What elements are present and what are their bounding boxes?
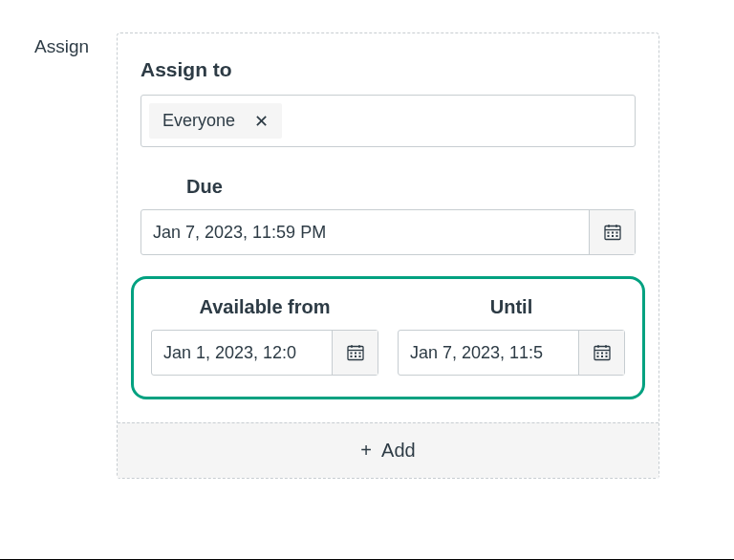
svg-rect-18: [355, 355, 356, 357]
svg-rect-17: [350, 355, 352, 357]
close-icon[interactable]: ✕: [254, 113, 269, 130]
due-calendar-button[interactable]: [589, 210, 635, 254]
add-button[interactable]: + Add: [118, 422, 658, 478]
svg-rect-8: [612, 235, 614, 237]
assign-card: Assign to Everyone ✕ Due: [117, 32, 659, 479]
svg-rect-5: [612, 232, 614, 234]
due-label: Due: [140, 176, 636, 198]
svg-rect-9: [615, 235, 617, 237]
plus-icon: +: [360, 440, 372, 462]
availability-highlight: Available from: [131, 276, 645, 399]
svg-rect-15: [355, 353, 356, 355]
svg-rect-16: [358, 353, 360, 355]
available-from-calendar-button[interactable]: [332, 331, 378, 375]
assign-to-token[interactable]: Everyone ✕: [149, 103, 282, 139]
svg-rect-26: [605, 353, 607, 355]
available-from-label: Available from: [151, 296, 378, 318]
calendar-icon: [593, 343, 612, 362]
svg-rect-6: [615, 232, 617, 234]
svg-rect-27: [596, 355, 598, 357]
until-group: [398, 330, 625, 376]
svg-rect-4: [607, 232, 609, 234]
due-date-input[interactable]: [141, 210, 589, 254]
until-input[interactable]: [399, 331, 578, 375]
assign-to-field[interactable]: Everyone ✕: [140, 95, 636, 147]
svg-rect-19: [358, 355, 360, 357]
svg-rect-25: [601, 353, 603, 355]
assign-to-token-label: Everyone: [162, 111, 235, 131]
add-label: Add: [381, 440, 416, 462]
due-date-group: [140, 209, 636, 255]
until-label: Until: [398, 296, 625, 318]
svg-rect-7: [607, 235, 609, 237]
calendar-icon: [603, 223, 622, 242]
available-from-group: [151, 330, 378, 376]
svg-rect-14: [350, 353, 352, 355]
calendar-icon: [346, 343, 365, 362]
until-calendar-button[interactable]: [578, 331, 624, 375]
svg-rect-29: [605, 355, 607, 357]
assign-to-title: Assign to: [140, 58, 636, 81]
available-from-input[interactable]: [152, 331, 332, 375]
svg-rect-28: [601, 355, 603, 357]
svg-rect-24: [596, 353, 598, 355]
assign-side-label: Assign: [34, 32, 117, 57]
